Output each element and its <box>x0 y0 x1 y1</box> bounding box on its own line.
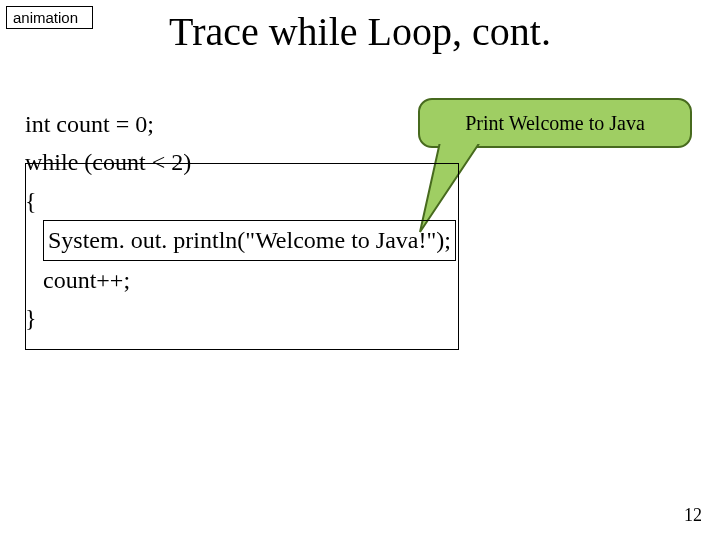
callout-bubble: Print Welcome to Java <box>418 98 692 148</box>
slide-title: Trace while Loop, cont. <box>0 8 720 55</box>
page-number: 12 <box>684 505 702 526</box>
code-line-while: while (count < 2) <box>25 143 456 181</box>
code-line-increment: count++; <box>25 261 456 299</box>
code-line-decl: int count = 0; <box>25 105 456 143</box>
code-line-println-highlight: System. out. println("Welcome to Java!")… <box>43 220 456 260</box>
code-brace-open: { <box>25 182 456 220</box>
callout-text: Print Welcome to Java <box>465 112 645 135</box>
code-block: int count = 0; while (count < 2) { Syste… <box>25 105 456 337</box>
slide: animation Trace while Loop, cont. Print … <box>0 0 720 540</box>
code-brace-close: } <box>25 299 456 337</box>
